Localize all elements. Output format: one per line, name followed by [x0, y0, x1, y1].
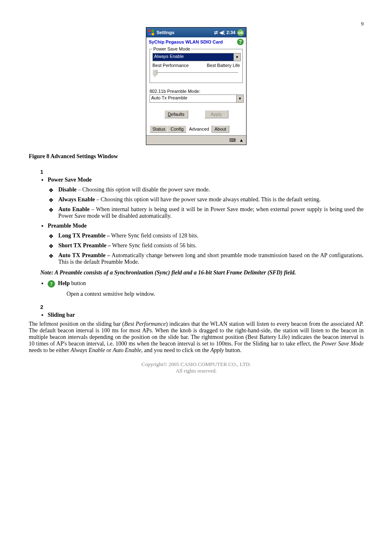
tab-advanced[interactable]: Advanced: [186, 125, 212, 133]
app-title-row: SyChip Pegasus WLAN SDIO Card ?: [146, 37, 246, 46]
help-button-item: ? Help button: [48, 280, 364, 288]
power-save-mode-group: Power Save Mode Always Enable ▼ Best Per…: [150, 46, 243, 83]
window-title: Settings: [157, 30, 213, 35]
auto-tx-item: Auto TX Preamble – Automatically change …: [48, 252, 364, 265]
always-enable-item: Always Enable – Choosing this option wil…: [48, 196, 364, 203]
up-icon[interactable]: ▲: [238, 138, 244, 143]
app-title: SyChip Pegasus WLAN SDIO Card: [149, 39, 223, 44]
tab-config[interactable]: Config: [168, 125, 187, 133]
preamble-selected: Auto Tx Preamble: [150, 95, 236, 102]
performance-slider[interactable]: [152, 69, 240, 77]
tab-status[interactable]: Status: [150, 125, 168, 133]
slider-labels: Best Performance Best Battery Life: [152, 63, 240, 68]
svg-rect-1: [152, 30, 154, 32]
auto-enable-item: Auto Enable – When internal battery is b…: [48, 206, 364, 219]
speaker-icon[interactable]: ◀ξ: [219, 30, 225, 35]
svg-rect-2: [148, 33, 151, 35]
preamble-label: 802.11b Preamble Mode:: [150, 89, 243, 94]
psm-dropdown[interactable]: Always Enable ▼: [152, 53, 241, 61]
system-tray: ⇄ ◀ξ 2:34 ok: [213, 29, 245, 36]
settings-screenshot: Settings ⇄ ◀ξ 2:34 ok SyChip Pegasus WLA…: [146, 27, 247, 145]
sliding-bar-paragraph: The leftmost position on the sliding bar…: [29, 321, 364, 354]
figure-caption: Figure 8 Advanced Settings Window: [29, 153, 364, 160]
rights-line: All rights reserved.: [29, 368, 364, 374]
apply-button[interactable]: Apply: [205, 110, 228, 118]
copyright-line: Copyright© 2005 CASIO COMPUTER CO., LTD.: [29, 361, 364, 368]
ok-button[interactable]: ok: [237, 29, 244, 36]
page-number: 9: [29, 21, 364, 27]
svg-rect-0: [148, 30, 151, 32]
preamble-mode-heading: Preamble Mode: [48, 223, 364, 229]
bottom-bar: ⌨ ▲: [146, 135, 246, 145]
power-save-mode-heading: Power Save Mode: [48, 177, 364, 183]
disable-item: Disable – Choosing this option will disa…: [48, 187, 364, 193]
footer: Copyright© 2005 CASIO COMPUTER CO., LTD.…: [29, 361, 364, 374]
tabs-row: Status Config Advanced About: [150, 125, 243, 133]
help-icon: ?: [48, 280, 55, 288]
help-icon[interactable]: ?: [237, 39, 244, 45]
slider-knob[interactable]: [152, 69, 157, 77]
short-tx-item: Short TX Preamble – Where Sync field con…: [48, 242, 364, 249]
start-icon[interactable]: [148, 29, 155, 36]
sliding-bar-heading: Sliding bar: [48, 312, 364, 318]
connectivity-icon[interactable]: ⇄: [214, 30, 218, 35]
svg-rect-3: [152, 33, 154, 35]
section-2-number: 2: [40, 304, 364, 310]
slider-rail: [154, 72, 238, 74]
preamble-dropdown[interactable]: Auto Tx Preamble ▼: [150, 94, 244, 103]
slider-right-label: Best Battery Life: [207, 63, 240, 68]
slider-left-label: Best Performance: [152, 63, 189, 68]
psm-legend: Power Save Mode: [152, 46, 191, 51]
chevron-down-icon[interactable]: ▼: [233, 53, 240, 61]
titlebar: Settings ⇄ ◀ξ 2:34 ok: [146, 28, 246, 37]
defaults-button[interactable]: Defaults: [164, 110, 188, 118]
preamble-note: Note: A Preamble consists of a Synchroni…: [40, 269, 352, 276]
long-tx-item: Long TX Preamble – Where Sync field cons…: [48, 233, 364, 239]
keyboard-icon[interactable]: ⌨: [228, 138, 237, 143]
psm-selected: Always Enable: [153, 53, 233, 61]
content-area: Power Save Mode Always Enable ▼ Best Per…: [146, 46, 246, 135]
chevron-down-icon[interactable]: ▼: [236, 95, 243, 102]
section-1-number: 1: [40, 169, 364, 175]
help-description: Open a context sensitive help window.: [67, 291, 364, 297]
clock[interactable]: 2:34: [226, 30, 235, 35]
button-row: Defaults Apply: [150, 110, 243, 118]
tab-about[interactable]: About: [212, 125, 229, 133]
